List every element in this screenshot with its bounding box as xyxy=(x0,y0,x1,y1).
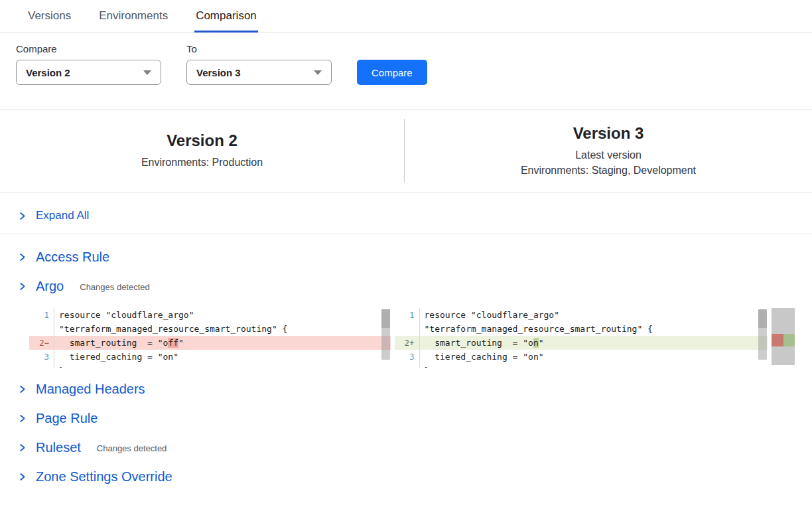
section-label[interactable]: Argo xyxy=(36,279,64,294)
line-number: 3 xyxy=(29,350,54,364)
section-page-rule[interactable]: Page Rule xyxy=(0,411,812,426)
code-line: 1resource "cloudflare_argo" xyxy=(395,308,768,322)
code-line: 3 tiered_caching = "on" xyxy=(395,350,768,364)
code-line: } xyxy=(395,364,768,368)
compare-form: Compare Version 2 To Version 3 Compare xyxy=(0,33,812,85)
chevron-right-icon xyxy=(18,212,27,220)
to-label: To xyxy=(186,43,332,54)
compare-to-value: Version 3 xyxy=(196,67,241,78)
tab-environments[interactable]: Environments xyxy=(98,0,169,33)
section-managed-headers[interactable]: Managed Headers xyxy=(0,382,812,397)
left-version-environments: Environments: Production xyxy=(0,155,404,170)
tab-versions[interactable]: Versions xyxy=(27,0,72,33)
diff-scrollbar-left[interactable] xyxy=(381,309,390,360)
chevron-right-icon xyxy=(18,473,27,481)
section-argo[interactable]: Argo Changes detected xyxy=(0,279,812,294)
compare-label: Compare xyxy=(16,43,161,54)
right-version-header: Version 3 Latest version Environments: S… xyxy=(405,124,812,178)
diff-pane-left: 1resource "cloudflare_argo" "terraform_m… xyxy=(29,308,391,368)
code-line: 1resource "cloudflare_argo" xyxy=(29,308,391,322)
line-number: 2+ xyxy=(395,336,419,350)
overview-removed-marker xyxy=(772,334,783,346)
changes-detected-badge: Changes detected xyxy=(80,282,150,292)
chevron-right-icon xyxy=(18,385,27,394)
code-line: 3 tiered_caching = "on" xyxy=(29,350,391,364)
chevron-down-icon xyxy=(143,70,151,75)
section-label[interactable]: Page Rule xyxy=(36,411,98,426)
line-number xyxy=(29,364,54,368)
argo-diff-viewer: 1resource "cloudflare_argo" "terraform_m… xyxy=(29,308,795,368)
line-number xyxy=(395,364,419,368)
diff-pane-right: 1resource "cloudflare_argo" "terraform_m… xyxy=(395,308,768,368)
removed-word-highlight: ff xyxy=(168,338,178,348)
code-line-added: 2+ smart_routing = "on" xyxy=(395,336,768,350)
right-version-latest-label: Latest version xyxy=(405,147,812,163)
line-number xyxy=(395,322,419,336)
overview-added-marker xyxy=(783,334,795,346)
right-version-title: Version 3 xyxy=(405,124,812,143)
line-number: 3 xyxy=(395,350,419,364)
section-ruleset[interactable]: Ruleset Changes detected xyxy=(0,440,812,455)
version-headers: Version 2 Environments: Production Versi… xyxy=(0,110,812,192)
added-word-highlight: n xyxy=(533,338,539,348)
section-zone-settings-override[interactable]: Zone Settings Override xyxy=(0,469,812,485)
chevron-down-icon xyxy=(314,70,322,75)
diff-overview-ruler[interactable] xyxy=(772,308,795,365)
chevron-right-icon xyxy=(18,443,27,452)
line-number: 2− xyxy=(29,336,54,350)
left-version-title: Version 2 xyxy=(0,131,404,150)
line-number: 1 xyxy=(29,308,54,322)
code-line-wrap: "terraform_managed_resource_smart_routin… xyxy=(395,322,768,336)
expand-all-label[interactable]: Expand All xyxy=(36,209,89,222)
compare-from-select[interactable]: Version 2 xyxy=(16,60,161,85)
section-label[interactable]: Zone Settings Override xyxy=(36,469,172,485)
expand-all-row[interactable]: Expand All xyxy=(0,192,812,234)
compare-to-select[interactable]: Version 3 xyxy=(186,60,332,85)
code-line: } xyxy=(29,364,391,368)
changes-detected-badge: Changes detected xyxy=(97,443,167,453)
section-label[interactable]: Access Rule xyxy=(36,250,109,265)
line-number xyxy=(29,322,54,336)
chevron-right-icon xyxy=(18,414,27,423)
diff-scrollbar-right[interactable] xyxy=(758,309,767,360)
tab-comparison[interactable]: Comparison xyxy=(194,0,258,33)
right-version-environments: Environments: Staging, Development xyxy=(405,163,812,178)
section-access-rule[interactable]: Access Rule xyxy=(0,250,812,265)
chevron-right-icon xyxy=(18,282,27,291)
section-label[interactable]: Managed Headers xyxy=(36,382,145,397)
tab-bar: Versions Environments Comparison xyxy=(0,0,812,33)
code-line-removed: 2− smart_routing = "off" xyxy=(29,336,391,350)
left-version-header: Version 2 Environments: Production xyxy=(0,131,404,170)
line-number: 1 xyxy=(395,308,419,322)
compare-from-value: Version 2 xyxy=(26,67,70,78)
section-label[interactable]: Ruleset xyxy=(36,440,81,455)
compare-button[interactable]: Compare xyxy=(357,60,427,85)
code-line-wrap: "terraform_managed_resource_smart_routin… xyxy=(29,322,391,336)
comparison-sections: Access Rule Argo Changes detected 1resou… xyxy=(0,234,812,485)
chevron-right-icon xyxy=(18,253,27,262)
